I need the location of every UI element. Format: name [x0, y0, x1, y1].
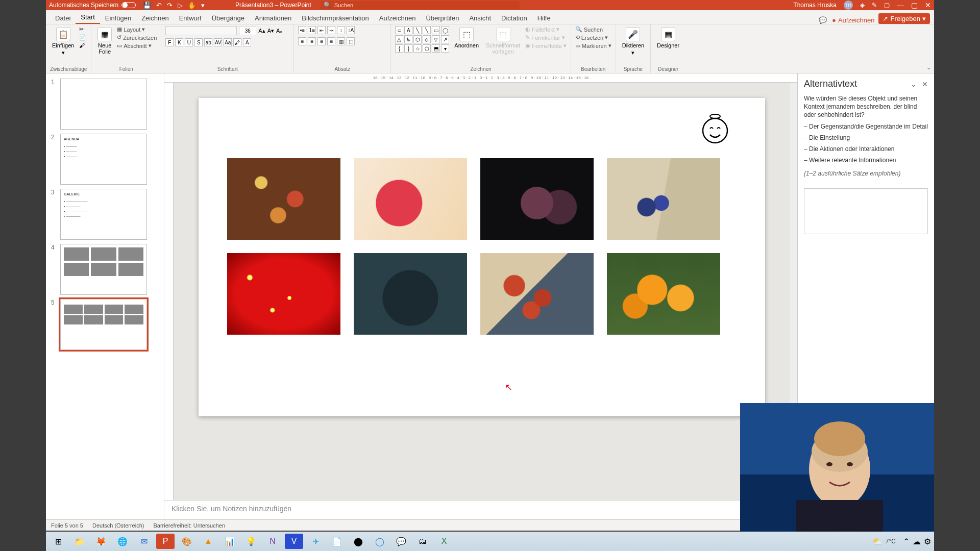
window-icon[interactable]: ▢ [884, 2, 890, 9]
underline-icon[interactable]: U [185, 38, 193, 46]
close-icon[interactable]: ✕ [925, 1, 931, 9]
shape-fill-button[interactable]: ◐ Fülleffekt ▾ [525, 26, 567, 33]
app-icon-6[interactable]: ◯ [371, 534, 389, 549]
start-icon[interactable]: ⊞ [49, 534, 67, 549]
shrink-font-icon[interactable]: A▾ [267, 28, 274, 34]
firefox-icon[interactable]: 🦊 [92, 534, 110, 549]
spacing-icon[interactable]: AV [214, 38, 222, 46]
qat-more-icon[interactable]: ▾ [201, 2, 205, 9]
app-icon-1[interactable]: 🎨 [178, 534, 196, 549]
slide-canvas[interactable]: ↖ [174, 83, 790, 500]
highlight-icon[interactable]: 🖍 [233, 38, 241, 46]
thumb-1[interactable]: 1 [46, 77, 164, 132]
layout-button[interactable]: ▦ Layout ▾ [117, 26, 157, 33]
replace-button[interactable]: ⟲ Ersetzen ▾ [575, 34, 611, 41]
tab-datei[interactable]: Datei [50, 12, 76, 24]
format-painter-icon[interactable]: 🖌 [79, 42, 86, 48]
tab-ansicht[interactable]: Ansicht [464, 12, 496, 24]
onenote-icon[interactable]: N [263, 534, 282, 549]
image-blueberries[interactable] [607, 158, 720, 240]
status-lang[interactable]: Deutsch (Österreich) [92, 522, 144, 529]
app-icon-7[interactable]: 💬 [392, 534, 410, 549]
panel-collapse-icon[interactable]: ⌄ [911, 80, 917, 88]
case-icon[interactable]: Aa [224, 38, 232, 46]
powerpoint-icon[interactable]: P [156, 534, 175, 549]
shape-effects-button[interactable]: ◉ Formeffekte ▾ [525, 42, 567, 49]
search-input[interactable] [334, 2, 517, 8]
tab-dictation[interactable]: Dictation [496, 12, 532, 24]
section-button[interactable]: ▭ Abschnitt ▾ [117, 42, 157, 49]
tab-einfuegen[interactable]: Einfügen [100, 12, 136, 24]
text-direction-icon[interactable]: ↕A [347, 26, 355, 34]
alt-text-input[interactable] [804, 188, 928, 234]
font-family-input[interactable] [165, 26, 237, 35]
justify-icon[interactable]: ≡ [327, 37, 335, 45]
font-color-icon[interactable]: A [243, 38, 251, 46]
user-avatar[interactable]: TH [844, 1, 853, 10]
save-icon[interactable]: 💾 [143, 2, 151, 9]
weather-icon[interactable]: ⛅ [872, 537, 883, 546]
shapes-gallery[interactable]: ☺A╲╲▭◯ △↳⬡◇▽↗ {}☆⬠⬒▾ [395, 26, 449, 53]
numbering-icon[interactable]: 1≡ [308, 26, 316, 34]
arrange-button[interactable]: ⬚Anordnen [452, 26, 481, 49]
align-right-icon[interactable]: ≡ [317, 37, 326, 45]
tab-entwurf[interactable]: Entwurf [174, 12, 207, 24]
smartart-icon[interactable]: ⬚ [347, 37, 355, 45]
thumb-5[interactable]: 5 [46, 297, 164, 352]
excel-icon[interactable]: X [435, 534, 453, 549]
italic-icon[interactable]: K [175, 38, 183, 46]
app-icon-5[interactable]: 📄 [328, 534, 346, 549]
copy-icon[interactable]: 📄 [79, 34, 86, 41]
notes-pane[interactable]: Klicken Sie, um Notizen hinzuzufügen [164, 500, 797, 519]
tray-icon-1[interactable]: ☁ [913, 537, 921, 546]
outlook-icon[interactable]: ✉ [135, 534, 153, 549]
record-button[interactable]: ● Aufzeichnen [832, 16, 874, 24]
redo-icon[interactable]: ↷ [167, 2, 173, 9]
comments-icon[interactable]: 💬 [819, 16, 827, 24]
shadow-icon[interactable]: ab [204, 38, 212, 46]
indent-icon[interactable]: ⇥ [327, 26, 335, 34]
tab-bildschirm[interactable]: Bildschirmpräsentation [297, 12, 374, 24]
slide[interactable]: ↖ [199, 98, 765, 416]
autosave-toggle[interactable] [121, 2, 136, 8]
tab-start[interactable]: Start [76, 11, 100, 24]
app-icon-2[interactable]: 📊 [220, 534, 239, 549]
share-button[interactable]: ↗ Freigeben ▾ [878, 13, 930, 24]
grow-font-icon[interactable]: A▴ [258, 28, 265, 34]
from-beginning-icon[interactable]: ▷ [178, 2, 183, 9]
select-button[interactable]: ▭ Markieren ▾ [575, 42, 611, 49]
tab-hilfe[interactable]: Hilfe [532, 12, 556, 24]
thumb-2[interactable]: 2AGENDA▪ ———▪ ———▪ ——— [46, 132, 164, 187]
thumb-3[interactable]: 3GALERIE▪ ——————▪ ————▪ ——————▪ ———— [46, 187, 164, 242]
undo-icon[interactable]: ↶ [156, 2, 162, 9]
diamond-icon[interactable]: ◈ [860, 2, 865, 9]
pen-icon[interactable]: ✎ [872, 2, 877, 9]
search-box[interactable]: 🔍 [321, 1, 520, 9]
smiley-icon[interactable] [700, 113, 730, 144]
tab-zeichnen[interactable]: Zeichnen [136, 12, 174, 24]
image-oranges-bowl[interactable] [354, 253, 467, 335]
font-size-input[interactable] [239, 26, 256, 35]
clear-format-icon[interactable]: Aₓ [276, 28, 282, 34]
dictate-button[interactable]: 🎤Diktieren▾ [620, 26, 646, 57]
image-figs[interactable] [480, 158, 594, 240]
app-icon-4[interactable]: V [285, 534, 303, 549]
outdent-icon[interactable]: ⇤ [317, 26, 326, 34]
weather-temp[interactable]: 7°C [886, 538, 896, 545]
telegram-icon[interactable]: ✈ [306, 534, 325, 549]
obs-icon[interactable]: ⬤ [349, 534, 368, 549]
touch-mode-icon[interactable]: ✋ [188, 2, 196, 9]
find-button[interactable]: 🔍 Suchen [575, 26, 611, 33]
align-left-icon[interactable]: ≡ [298, 37, 306, 45]
image-tangerines[interactable] [607, 253, 720, 335]
tab-animationen[interactable]: Animationen [250, 12, 297, 24]
tray-chevron-icon[interactable]: ⌃ [903, 537, 910, 546]
app-icon-3[interactable]: 💡 [242, 534, 260, 549]
paste-button[interactable]: 📋Einfügen▾ [50, 26, 76, 57]
tray-icon-2[interactable]: ⚙ [924, 537, 931, 546]
collapse-ribbon-icon[interactable]: ⌄ [926, 64, 931, 71]
designer-button[interactable]: ▦Designer [655, 26, 681, 49]
panel-close-icon[interactable]: ✕ [922, 80, 928, 88]
linespacing-icon[interactable]: ↕ [337, 26, 345, 34]
shape-outline-button[interactable]: ✎ Formkontur ▾ [525, 34, 567, 41]
